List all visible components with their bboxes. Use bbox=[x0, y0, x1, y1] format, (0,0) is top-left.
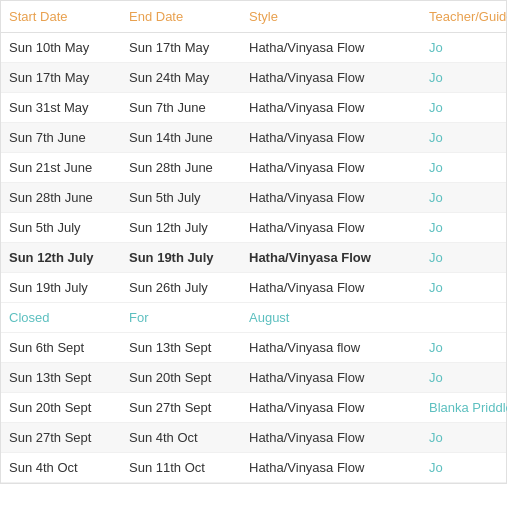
teacher-cell: Jo bbox=[429, 280, 507, 295]
style-cell: Hatha/Vinyasa Flow bbox=[249, 100, 429, 115]
end-date: Sun 13th Sept bbox=[129, 340, 249, 355]
table-row: Sun 27th Sept Sun 4th Oct Hatha/Vinyasa … bbox=[1, 423, 506, 453]
closed-label: Closed bbox=[9, 310, 129, 325]
header-start-date: Start Date bbox=[9, 9, 129, 24]
end-date: Sun 7th June bbox=[129, 100, 249, 115]
end-date: Sun 24th May bbox=[129, 70, 249, 85]
table-row: Sun 28th June Sun 5th July Hatha/Vinyasa… bbox=[1, 183, 506, 213]
end-date: Sun 20th Sept bbox=[129, 370, 249, 385]
teacher-cell: Jo bbox=[429, 100, 507, 115]
style-cell: Hatha/Vinyasa Flow bbox=[249, 220, 429, 235]
closed-row: Closed For August bbox=[1, 303, 506, 333]
start-date: Sun 19th July bbox=[9, 280, 129, 295]
start-date: Sun 13th Sept bbox=[9, 370, 129, 385]
style-cell: Hatha/Vinyasa Flow bbox=[249, 70, 429, 85]
month-label: August bbox=[249, 310, 429, 325]
end-date: Sun 11th Oct bbox=[129, 460, 249, 475]
table-row: Sun 19th July Sun 26th July Hatha/Vinyas… bbox=[1, 273, 506, 303]
teacher-cell: Jo bbox=[429, 460, 507, 475]
start-date: Sun 31st May bbox=[9, 100, 129, 115]
table-row: Sun 10th May Sun 17th May Hatha/Vinyasa … bbox=[1, 33, 506, 63]
table-row: Sun 4th Oct Sun 11th Oct Hatha/Vinyasa F… bbox=[1, 453, 506, 483]
start-date: Sun 10th May bbox=[9, 40, 129, 55]
teacher-cell: Jo bbox=[429, 220, 507, 235]
table-row: Sun 12th July Sun 19th July Hatha/Vinyas… bbox=[1, 243, 506, 273]
style-cell: Hatha/Vinyasa Flow bbox=[249, 160, 429, 175]
teacher-cell: Blanka Priddle bbox=[429, 400, 507, 415]
start-date: Sun 4th Oct bbox=[9, 460, 129, 475]
teacher-cell: Jo bbox=[429, 340, 507, 355]
teacher-cell: Jo bbox=[429, 130, 507, 145]
header-end-date: End Date bbox=[129, 9, 249, 24]
table-row: Sun 17th May Sun 24th May Hatha/Vinyasa … bbox=[1, 63, 506, 93]
end-date: Sun 17th May bbox=[129, 40, 249, 55]
style-cell: Hatha/Vinyasa Flow bbox=[249, 460, 429, 475]
end-date: Sun 5th July bbox=[129, 190, 249, 205]
start-date: Sun 20th Sept bbox=[9, 400, 129, 415]
teacher-cell: Jo bbox=[429, 370, 507, 385]
table-row: Sun 31st May Sun 7th June Hatha/Vinyasa … bbox=[1, 93, 506, 123]
end-date: Sun 19th July bbox=[129, 250, 249, 265]
start-date: Sun 7th June bbox=[9, 130, 129, 145]
style-cell: Hatha/Vinyasa Flow bbox=[249, 40, 429, 55]
table-row: Sun 20th Sept Sun 27th Sept Hatha/Vinyas… bbox=[1, 393, 506, 423]
table-row: Sun 6th Sept Sun 13th Sept Hatha/Vinyasa… bbox=[1, 333, 506, 363]
table-row: Sun 7th June Sun 14th June Hatha/Vinyasa… bbox=[1, 123, 506, 153]
end-date: Sun 12th July bbox=[129, 220, 249, 235]
style-cell: Hatha/Vinyasa Flow bbox=[249, 370, 429, 385]
table-row: Sun 21st June Sun 28th June Hatha/Vinyas… bbox=[1, 153, 506, 183]
start-date: Sun 12th July bbox=[9, 250, 129, 265]
style-cell: Hatha/Vinyasa Flow bbox=[249, 400, 429, 415]
end-date: Sun 4th Oct bbox=[129, 430, 249, 445]
table-row: Sun 5th July Sun 12th July Hatha/Vinyasa… bbox=[1, 213, 506, 243]
start-date: Sun 27th Sept bbox=[9, 430, 129, 445]
end-date: Sun 14th June bbox=[129, 130, 249, 145]
end-date: Sun 26th July bbox=[129, 280, 249, 295]
end-date: Sun 27th Sept bbox=[129, 400, 249, 415]
teacher-cell: Jo bbox=[429, 190, 507, 205]
teacher-cell: Jo bbox=[429, 160, 507, 175]
schedule-table: Start Date End Date Style Teacher/Guide … bbox=[0, 0, 507, 484]
header-teacher: Teacher/Guide bbox=[429, 9, 507, 24]
style-cell: Hatha/Vinyasa Flow bbox=[249, 250, 429, 265]
start-date: Sun 28th June bbox=[9, 190, 129, 205]
style-cell: Hatha/Vinyasa Flow bbox=[249, 280, 429, 295]
style-cell: Hatha/Vinyasa Flow bbox=[249, 190, 429, 205]
table-body: Sun 10th May Sun 17th May Hatha/Vinyasa … bbox=[1, 33, 506, 483]
style-cell: Hatha/Vinyasa Flow bbox=[249, 430, 429, 445]
start-date: Sun 6th Sept bbox=[9, 340, 129, 355]
start-date: Sun 17th May bbox=[9, 70, 129, 85]
start-date: Sun 5th July bbox=[9, 220, 129, 235]
teacher-cell: Jo bbox=[429, 430, 507, 445]
style-cell: Hatha/Vinyasa flow bbox=[249, 340, 429, 355]
table-row: Sun 13th Sept Sun 20th Sept Hatha/Vinyas… bbox=[1, 363, 506, 393]
teacher-cell: Jo bbox=[429, 70, 507, 85]
header-style: Style bbox=[249, 9, 429, 24]
teacher-cell: Jo bbox=[429, 250, 507, 265]
for-label: For bbox=[129, 310, 249, 325]
style-cell: Hatha/Vinyasa Flow bbox=[249, 130, 429, 145]
teacher-cell: Jo bbox=[429, 40, 507, 55]
start-date: Sun 21st June bbox=[9, 160, 129, 175]
end-date: Sun 28th June bbox=[129, 160, 249, 175]
table-header: Start Date End Date Style Teacher/Guide bbox=[1, 1, 506, 33]
